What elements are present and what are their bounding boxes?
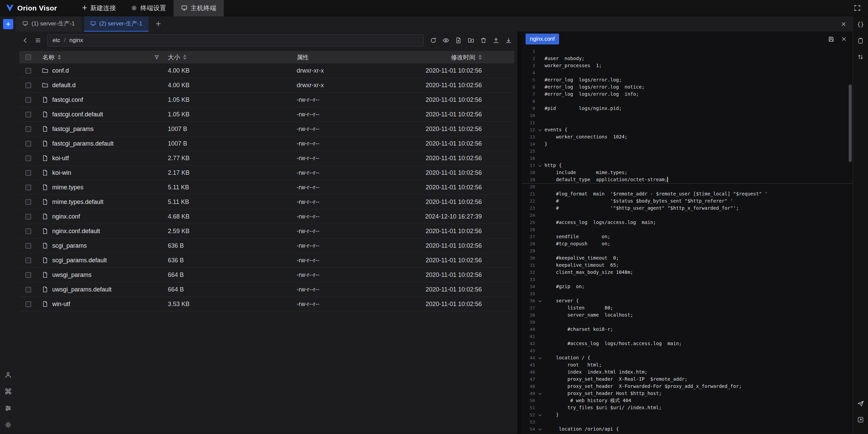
editor-line[interactable]: 23 # '"$http_user_agent" "$http_x_forwar… — [521, 205, 853, 212]
editor-line[interactable]: 44 location / { — [521, 354, 853, 361]
editor-line[interactable]: 27 sendfile on; — [521, 233, 853, 240]
file-name[interactable]: scgi_params — [52, 242, 87, 249]
user-icon[interactable] — [4, 371, 13, 379]
row-checkbox[interactable] — [25, 301, 31, 307]
table-row[interactable]: conf.d4.00 KBdrwxr-xr-x2020-11-01 10:02:… — [19, 63, 514, 78]
table-row[interactable]: default.d4.00 KBdrwxr-xr-x2020-11-01 10:… — [19, 78, 514, 93]
table-row[interactable]: mime.types5.11 KB-rw-r--r--2020-11-01 10… — [19, 180, 514, 195]
editor-line[interactable]: 38 server_name localhost; — [521, 312, 853, 319]
editor-line[interactable]: 37 listen 80; — [521, 304, 853, 312]
editor-line[interactable]: 25 #access_log logs/access.log main; — [521, 219, 853, 226]
send-command-icon[interactable] — [855, 398, 866, 409]
row-checkbox[interactable] — [25, 228, 31, 234]
editor-line[interactable]: 24 — [521, 212, 853, 219]
show-hidden-eye-icon[interactable] — [440, 35, 451, 46]
row-checkbox[interactable] — [25, 272, 31, 278]
editor-line[interactable]: 2#user nobody; — [521, 55, 853, 62]
add-tab-button[interactable]: + — [152, 19, 165, 29]
sort-mtime-icon[interactable] — [478, 55, 482, 60]
editor-line[interactable]: 53 — [521, 418, 853, 426]
editor-line[interactable]: 52 } — [521, 411, 853, 418]
breadcrumb-segment[interactable]: etc — [53, 37, 60, 44]
file-name[interactable]: fastcgi.conf — [52, 96, 83, 103]
editor-line[interactable]: 6#error_log logs/error.log notice; — [521, 83, 853, 91]
panel-splitter[interactable] — [517, 32, 521, 434]
file-name[interactable]: scgi_params.default — [52, 257, 107, 264]
table-row[interactable]: fastcgi.conf1.05 KB-rw-r--r--2020-11-01 … — [19, 93, 514, 107]
row-checkbox[interactable] — [25, 185, 31, 190]
editor-line[interactable]: 50 # web history 模式 404 — [521, 397, 853, 404]
fold-chevron-icon[interactable] — [536, 126, 544, 133]
editor-line[interactable]: 54 location /orion/api { — [521, 426, 853, 433]
row-checkbox[interactable] — [25, 68, 31, 74]
editor-scrollbar-thumb[interactable] — [849, 84, 852, 162]
new-connection-button[interactable]: + — [3, 19, 13, 29]
file-name[interactable]: mime.types.default — [52, 199, 103, 206]
file-name[interactable]: conf.d — [52, 67, 69, 74]
new-folder-icon[interactable] — [465, 35, 476, 46]
editor-line[interactable]: 28 #tcp_nopush on; — [521, 240, 853, 247]
editor-line[interactable]: 16 — [521, 155, 853, 162]
editor-line[interactable]: 17http { — [521, 162, 853, 169]
editor-code[interactable]: 12#user nobody;3worker_processes 1;45#er… — [521, 46, 853, 434]
editor-line[interactable]: 13 worker_connections 1024; — [521, 133, 853, 140]
column-header-size[interactable]: 大小 — [168, 53, 180, 61]
column-header-name[interactable]: 名称 — [42, 53, 55, 61]
fullscreen-icon[interactable] — [852, 3, 863, 14]
sort-name-icon[interactable] — [58, 55, 61, 60]
editor-line[interactable]: 51 try_files $uri $uri/ /index.html; — [521, 404, 853, 411]
fold-chevron-icon[interactable] — [536, 411, 544, 418]
menu-host-terminal[interactable]: 主机终端 — [174, 0, 224, 16]
editor-line[interactable]: 5#error_log logs/error.log; — [521, 76, 853, 83]
close-editor-icon[interactable] — [839, 34, 849, 44]
file-name[interactable]: fastcgi_params — [52, 126, 94, 133]
row-checkbox[interactable] — [25, 126, 31, 132]
open-new-window-icon[interactable] — [855, 415, 866, 425]
table-row[interactable]: uwsgi_params664 B-rw-r--r--2020-11-01 10… — [19, 268, 514, 282]
table-row[interactable]: scgi_params.default636 B-rw-r--r--2020-1… — [19, 253, 514, 268]
select-all-checkbox[interactable] — [25, 54, 31, 60]
clipboard-icon[interactable] — [855, 36, 866, 46]
table-row[interactable]: scgi_params636 B-rw-r--r--2020-11-01 10:… — [19, 239, 514, 253]
file-name[interactable]: koi-win — [52, 169, 71, 176]
close-panel-icon[interactable] — [839, 19, 848, 29]
editor-line[interactable]: 19 default_type application/octet-stream… — [521, 176, 853, 183]
file-name[interactable]: nginx.conf.default — [52, 228, 100, 235]
editor-line[interactable]: 30 #keepalive_timeout 0; — [521, 254, 853, 262]
file-name[interactable]: nginx.conf — [52, 213, 80, 220]
editor-line[interactable]: 18 include mime.types; — [521, 169, 853, 176]
row-checkbox[interactable] — [25, 155, 31, 161]
table-row[interactable]: nginx.conf.default2.59 KB-rw-r--r--2020-… — [19, 224, 514, 239]
file-name[interactable]: mime.types — [52, 184, 83, 191]
editor-line[interactable]: 21 #log_format main '$remote_addr - $rem… — [521, 190, 853, 197]
fold-chevron-icon[interactable] — [536, 162, 544, 169]
file-name[interactable]: fastcgi_params.default — [52, 140, 114, 147]
fold-chevron-icon[interactable] — [536, 390, 544, 397]
editor-line[interactable]: 15 — [521, 148, 853, 155]
refresh-icon[interactable] — [428, 35, 439, 46]
upload-icon[interactable] — [490, 35, 501, 46]
row-checkbox[interactable] — [25, 141, 31, 147]
editor-line[interactable]: 35 — [521, 290, 853, 297]
editor-line[interactable]: 4 — [521, 69, 853, 76]
row-checkbox[interactable] — [25, 214, 31, 220]
format-braces-icon[interactable]: {} — [855, 19, 866, 30]
row-checkbox[interactable] — [25, 82, 31, 88]
filter-funnel-icon[interactable] — [154, 54, 160, 60]
editor-line[interactable]: 43 — [521, 347, 853, 354]
swap-vertical-icon[interactable] — [855, 52, 866, 62]
fold-chevron-icon[interactable] — [536, 297, 544, 304]
editor-line[interactable]: 46 index index.html index.htm; — [521, 369, 853, 376]
editor-file-tab[interactable]: nginx.conf — [526, 34, 559, 44]
file-name[interactable]: fastcgi.conf.default — [52, 111, 103, 118]
row-checkbox[interactable] — [25, 258, 31, 263]
editor-line[interactable]: 1 — [521, 48, 853, 55]
editor-line[interactable]: 26 — [521, 226, 853, 233]
editor-line[interactable]: 33 — [521, 276, 853, 283]
editor-line[interactable]: 3worker_processes 1; — [521, 62, 853, 69]
column-header-mtime[interactable]: 修改时间 — [451, 53, 475, 61]
download-icon[interactable] — [503, 35, 514, 46]
table-row[interactable]: koi-win2.17 KB-rw-r--r--2020-11-01 10:02… — [19, 166, 514, 180]
editor-line[interactable]: 41 — [521, 333, 853, 340]
editor-line[interactable]: 48 proxy_set_header X-Forwarded-For $pro… — [521, 383, 853, 390]
